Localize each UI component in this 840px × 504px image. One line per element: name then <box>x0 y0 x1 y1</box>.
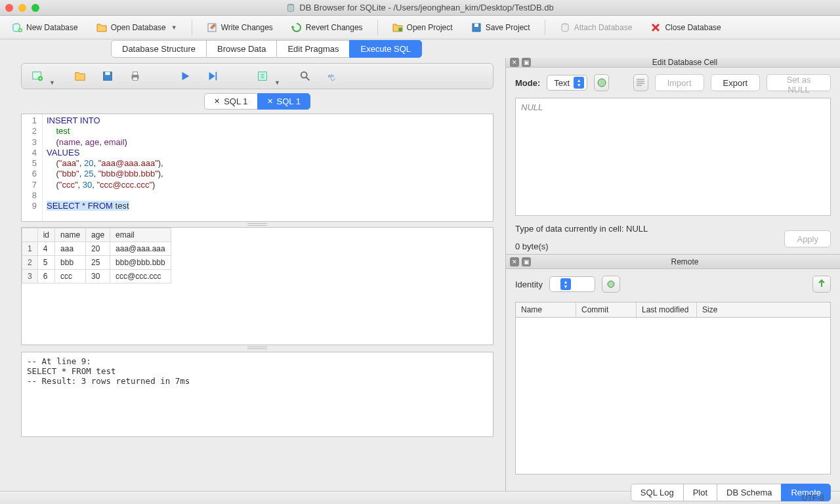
format-text-button[interactable] <box>594 74 609 91</box>
close-icon[interactable]: ✕ <box>214 97 220 106</box>
mode-value: Text <box>554 78 570 88</box>
open-project-label: Open Project <box>407 23 453 32</box>
window-minimize-button[interactable] <box>18 4 26 12</box>
push-remote-button[interactable] <box>812 276 831 293</box>
col-name: Name <box>516 303 576 317</box>
cell-value-textarea[interactable]: NULL <box>515 98 831 216</box>
editor-gutter: 123456789 <box>22 114 43 221</box>
edit-cell-panel-header: ✕ ▣ Edit Database Cell <box>506 58 840 68</box>
select-arrows-icon: ▲▼ <box>560 278 571 290</box>
find-replace-button[interactable]: ab <box>324 67 342 85</box>
view-tabs: Database Structure Browse Data Edit Prag… <box>0 39 840 58</box>
save-sql-file-button[interactable] <box>98 67 117 85</box>
tab-execute-sql[interactable]: Execute SQL <box>349 40 422 58</box>
tab-edit-pragmas[interactable]: Edit Pragmas <box>276 40 350 58</box>
tab-sql-log[interactable]: SQL Log <box>631 484 684 501</box>
new-database-label: New Database <box>26 23 78 32</box>
close-icon[interactable]: ✕ <box>267 97 273 106</box>
col-commit: Commit <box>576 303 637 317</box>
panel-detach-button[interactable]: ▣ <box>522 58 531 67</box>
panel-close-button[interactable]: ✕ <box>510 58 519 67</box>
new-database-icon <box>12 22 22 33</box>
open-database-label: Open Database <box>111 23 166 32</box>
remote-table-body[interactable] <box>515 317 831 474</box>
svg-text:ab: ab <box>328 73 334 79</box>
revert-changes-button[interactable]: Revert Changes <box>285 20 369 35</box>
select-arrows-icon: ▲▼ <box>574 77 584 89</box>
svg-point-19 <box>598 79 606 87</box>
svg-rect-13 <box>133 72 137 75</box>
execute-line-button[interactable] <box>203 67 222 85</box>
attach-database-icon <box>560 22 570 33</box>
close-database-icon <box>650 22 661 33</box>
revert-changes-label: Revert Changes <box>306 23 363 32</box>
justify-button[interactable] <box>633 74 648 91</box>
sql-tab-label: SQL 1 <box>277 96 301 106</box>
sql-toolbar: ▼ ▼ ab <box>21 63 494 89</box>
svg-point-20 <box>608 281 614 287</box>
import-button[interactable]: Import <box>655 74 704 91</box>
results-table[interactable]: idnameageemail14aaa20aaa@aaa.aaa25bbb25b… <box>21 227 494 345</box>
new-sql-tab-button[interactable] <box>28 67 47 85</box>
database-icon <box>286 3 295 12</box>
save-project-button[interactable]: Save Project <box>465 20 537 35</box>
apply-button[interactable]: Apply <box>784 230 831 247</box>
sql-file-tabs: ✕SQL 1 ✕SQL 1 <box>21 93 494 110</box>
tab-browse-data[interactable]: Browse Data <box>206 40 277 58</box>
attach-database-label: Attach Database <box>574 23 633 32</box>
tab-plot[interactable]: Plot <box>683 484 717 501</box>
panel-close-button[interactable]: ✕ <box>510 257 519 266</box>
chevron-down-icon: ▼ <box>171 24 177 31</box>
find-button[interactable] <box>296 67 314 85</box>
export-button[interactable]: Export <box>711 74 761 91</box>
window-title: DB Browser for SQLite - /Users/jeonghean… <box>299 3 553 12</box>
open-database-icon <box>96 22 107 33</box>
write-changes-icon <box>207 22 217 33</box>
mode-select[interactable]: Text ▲▼ <box>547 75 587 91</box>
set-null-button[interactable]: Set as NULL <box>766 74 831 91</box>
save-results-button[interactable] <box>253 67 272 85</box>
tab-db-schema[interactable]: DB Schema <box>717 484 782 501</box>
mode-label: Mode: <box>515 78 540 88</box>
panel-title: Edit Database Cell <box>534 58 836 67</box>
sql-editor[interactable]: 123456789 INSERT INTO test (name, age, e… <box>21 114 494 222</box>
window-titlebar: DB Browser for SQLite - /Users/jeonghean… <box>0 0 840 16</box>
bottom-panel-tabs: SQL Log Plot DB Schema Remote <box>506 481 840 504</box>
refresh-remote-button[interactable] <box>602 276 620 293</box>
chevron-down-icon[interactable]: ▼ <box>49 79 55 86</box>
new-database-button[interactable]: New Database <box>5 20 85 35</box>
col-size: Size <box>697 303 830 317</box>
window-close-button[interactable] <box>5 4 13 12</box>
attach-database-button: Attach Database <box>553 20 639 35</box>
sql-tab-1[interactable]: ✕SQL 1 <box>204 93 257 110</box>
identity-select[interactable]: ▲▼ <box>549 276 595 292</box>
save-project-label: Save Project <box>486 23 530 32</box>
panel-detach-button[interactable]: ▣ <box>522 257 531 266</box>
chevron-down-icon[interactable]: ▼ <box>274 79 280 86</box>
open-database-button[interactable]: Open Database ▼ <box>90 20 184 35</box>
svg-point-17 <box>301 72 307 78</box>
main-toolbar: New Database Open Database ▼ Write Chang… <box>0 16 840 39</box>
print-button[interactable] <box>126 67 144 85</box>
close-database-button[interactable]: Close Database <box>644 20 727 35</box>
tab-database-structure[interactable]: Database Structure <box>111 40 207 58</box>
horizontal-splitter[interactable] <box>21 345 494 350</box>
remote-table-header: Name Commit Last modified Size <box>515 302 831 317</box>
window-maximize-button[interactable] <box>32 4 39 12</box>
editor-code[interactable]: INSERT INTO test (name, age, email) VALU… <box>43 114 493 221</box>
sql-tab-label: SQL 1 <box>224 96 247 106</box>
revert-changes-icon <box>291 22 302 33</box>
execute-all-button[interactable] <box>176 67 194 85</box>
write-changes-button[interactable]: Write Changes <box>200 20 280 35</box>
panel-title: Remote <box>534 257 836 266</box>
sql-tab-2[interactable]: ✕SQL 1 <box>257 93 310 110</box>
open-sql-file-button[interactable] <box>71 67 89 85</box>
svg-rect-11 <box>105 72 110 75</box>
sql-log-output: -- At line 9: SELECT * FROM test -- Resu… <box>21 352 494 437</box>
remote-panel-header: ✕ ▣ Remote <box>506 255 840 269</box>
svg-rect-15 <box>215 72 217 81</box>
open-project-button[interactable]: Open Project <box>386 20 459 35</box>
col-modified: Last modified <box>637 303 697 317</box>
write-changes-label: Write Changes <box>221 23 273 32</box>
horizontal-splitter[interactable] <box>21 222 494 227</box>
